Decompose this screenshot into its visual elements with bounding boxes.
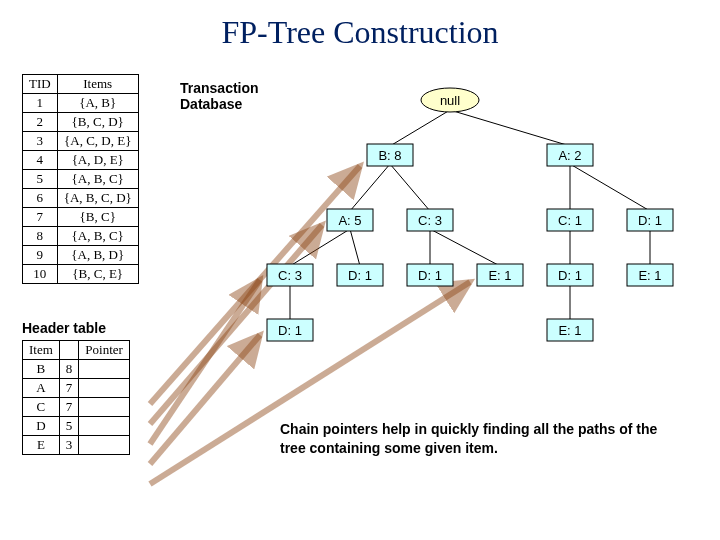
tree-node-label: A: 5 (338, 213, 361, 228)
tree-edge (390, 110, 450, 146)
tree-node-label: E: 1 (638, 268, 661, 283)
chain-pointer (150, 280, 260, 444)
tree-node-label: B: 8 (378, 148, 401, 163)
tree-edge (450, 110, 570, 146)
tree-node-label: D: 1 (558, 268, 582, 283)
tree-node-label: D: 1 (638, 213, 662, 228)
tree-node-label: D: 1 (348, 268, 372, 283)
tree-node-label: C: 1 (558, 213, 582, 228)
tree-edge (430, 229, 500, 266)
tree-node-label: C: 3 (418, 213, 442, 228)
chain-pointer (150, 335, 260, 464)
fp-tree-diagram: nullB: 8A: 2A: 5C: 3C: 1D: 1C: 3D: 1D: 1… (0, 0, 720, 540)
tree-node-label: null (440, 93, 460, 108)
tree-node-label: D: 1 (418, 268, 442, 283)
tree-node-label: E: 1 (558, 323, 581, 338)
tree-node-label: A: 2 (558, 148, 581, 163)
tree-edge (350, 229, 360, 266)
chain-pointer (150, 282, 470, 484)
tree-node-label: E: 1 (488, 268, 511, 283)
tree-node-label: D: 1 (278, 323, 302, 338)
tree-edge (570, 164, 650, 211)
tree-edge (390, 164, 430, 211)
tree-node-label: C: 3 (278, 268, 302, 283)
